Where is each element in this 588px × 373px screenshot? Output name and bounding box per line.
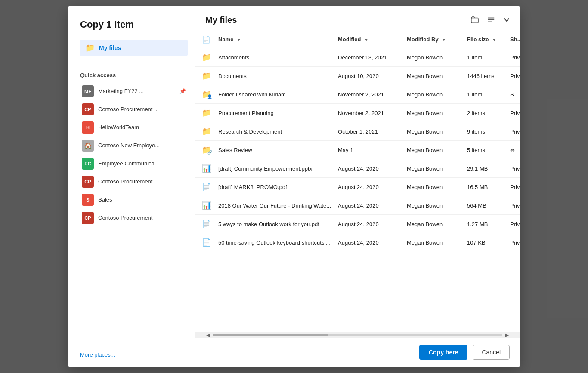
row-sharing-5: ⇔ xyxy=(507,141,520,159)
row-size-5: 5 items xyxy=(464,141,507,159)
quick-access-label: Quick access xyxy=(80,72,188,78)
col-modified[interactable]: Modified ▼ xyxy=(334,31,403,48)
menu-icon xyxy=(487,16,495,24)
row-modified-7: August 24, 2020 xyxy=(334,178,403,196)
dialog-title: Copy 1 item xyxy=(80,19,188,31)
qa-avatar-s: S xyxy=(82,194,94,206)
row-icon-4: 📁 xyxy=(195,122,215,141)
row-modified-5: May 1 xyxy=(334,141,403,159)
modified-sort-arrow: ▼ xyxy=(364,37,368,42)
folder-icon: 📁 xyxy=(202,53,211,62)
quick-access-item-cne[interactable]: 🏠Contoso New Employe... xyxy=(80,137,188,154)
row-size-1: 1446 items xyxy=(464,67,507,85)
qa-avatar-cp1: CP xyxy=(82,103,94,115)
row-sharing-6: Priv xyxy=(507,159,520,178)
scroll-track[interactable] xyxy=(213,334,502,336)
row-sharing-3: Priv xyxy=(507,104,520,122)
quick-access-item-cp3[interactable]: CPContoso Procurement xyxy=(80,209,188,227)
table-row[interactable]: 📊2018 Our Water Our Future - Drinking Wa… xyxy=(195,196,520,215)
qa-avatar-h: H xyxy=(82,121,94,134)
table-header: 📄 Name ▼ Modified ▼ Modified By ▼ xyxy=(195,31,520,48)
quick-access-item-s[interactable]: SSales xyxy=(80,191,188,208)
col-sharing: Sh... xyxy=(507,31,520,48)
row-sharing-9: Priv xyxy=(507,215,520,233)
table-row[interactable]: 📁AttachmentsDecember 13, 2021Megan Bowen… xyxy=(195,48,520,67)
row-modified-by-9: Megan Bowen xyxy=(403,215,464,233)
menu-button[interactable] xyxy=(486,14,497,25)
qa-label-h: HelloWorldTeam xyxy=(98,124,186,131)
file-type-icon: 📄 xyxy=(202,36,210,43)
row-icon-1: 📁 xyxy=(195,67,215,85)
row-modified-by-2: Megan Bowen xyxy=(403,85,464,104)
chevron-down-button[interactable] xyxy=(502,15,511,25)
table-row[interactable]: 📁DocumentsAugust 10, 2020Megan Bowen1446… xyxy=(195,67,520,85)
quick-access-item-cp1[interactable]: CPContoso Procurement ... xyxy=(80,101,188,118)
row-name-5: Sales Review xyxy=(215,141,334,159)
row-sharing-1: Priv xyxy=(507,67,520,85)
row-icon-3: 📁 xyxy=(195,104,215,122)
row-name-10: 50 time-saving Outlook keyboard shortcut… xyxy=(215,233,334,252)
row-icon-7: 📄 xyxy=(195,178,215,196)
row-sharing-8: Priv xyxy=(507,196,520,215)
row-size-8: 564 MB xyxy=(464,196,507,215)
my-files-button[interactable]: 📁 My files xyxy=(80,40,188,56)
quick-access-item-h[interactable]: HHelloWorldTeam xyxy=(80,119,188,136)
row-icon-0: 📁 xyxy=(195,48,215,67)
scroll-right-arrow[interactable]: ▶ xyxy=(502,332,511,338)
qa-label-ec: Employee Communica... xyxy=(98,160,186,167)
copy-dialog: Copy 1 item 📁 My files Quick access MFMa… xyxy=(68,6,520,367)
new-folder-button[interactable] xyxy=(469,14,480,25)
table-row[interactable]: 📁Procurement PlanningNovember 2, 2021Meg… xyxy=(195,104,520,122)
table-row[interactable]: 📄[draft] MARK8_PROMO.pdfAugust 24, 2020M… xyxy=(195,178,520,196)
quick-access-item-cp2[interactable]: CPContoso Procurement ... xyxy=(80,173,188,190)
quick-access-item-ec[interactable]: ECEmployee Communica... xyxy=(80,155,188,172)
row-modified-by-4: Megan Bowen xyxy=(403,122,464,141)
table-row[interactable]: 📊[draft] Community Empowerment.pptxAugus… xyxy=(195,159,520,178)
quick-access-list: MFMarketing FY22 ...📌CPContoso Procureme… xyxy=(80,83,188,345)
row-icon-5: 📁🔗 xyxy=(195,141,215,159)
col-name[interactable]: Name ▼ xyxy=(215,31,334,48)
modby-sort-arrow: ▼ xyxy=(442,37,446,42)
chevron-down-icon xyxy=(504,17,510,23)
table-row[interactable]: 📁🔗Sales ReviewMay 1Megan Bowen5 items⇔ xyxy=(195,141,520,159)
row-size-0: 1 item xyxy=(464,48,507,67)
row-name-8: 2018 Our Water Our Future - Drinking Wat… xyxy=(215,196,334,215)
qa-label-cne: Contoso New Employe... xyxy=(98,142,186,149)
table-row[interactable]: 📁Research & DevelopmentOctober 1, 2021Me… xyxy=(195,122,520,141)
table-row[interactable]: 📄5 ways to make Outlook work for you.pdf… xyxy=(195,215,520,233)
col-modified-by[interactable]: Modified By ▼ xyxy=(403,31,464,48)
row-modified-6: August 24, 2020 xyxy=(334,159,403,178)
col-icon: 📄 xyxy=(195,31,215,48)
row-modified-10: August 24, 2020 xyxy=(334,233,403,252)
pin-icon-mf: 📌 xyxy=(179,88,186,94)
table-row[interactable]: 📄50 time-saving Outlook keyboard shortcu… xyxy=(195,233,520,252)
pdf-icon: 📄 xyxy=(202,219,211,229)
quick-access-item-mf[interactable]: MFMarketing FY22 ...📌 xyxy=(80,83,188,100)
row-size-6: 29.1 MB xyxy=(464,159,507,178)
row-modified-0: December 13, 2021 xyxy=(334,48,403,67)
name-sort-arrow: ▼ xyxy=(237,37,241,42)
horizontal-scrollbar[interactable]: ◀ ▶ xyxy=(195,332,520,338)
row-modified-by-7: Megan Bowen xyxy=(403,178,464,196)
pdf-icon: 📄 xyxy=(202,182,211,192)
scroll-thumb[interactable] xyxy=(213,334,328,336)
scroll-left-arrow[interactable]: ◀ xyxy=(204,332,213,338)
row-name-9: 5 ways to make Outlook work for you.pdf xyxy=(215,215,334,233)
file-table-wrapper[interactable]: 📄 Name ▼ Modified ▼ Modified By ▼ xyxy=(195,31,520,332)
qa-label-cp2: Contoso Procurement ... xyxy=(98,178,186,185)
table-row[interactable]: 📁👤Folder I shared with MiriamNovember 2,… xyxy=(195,85,520,104)
row-modified-by-10: Megan Bowen xyxy=(403,233,464,252)
cancel-button[interactable]: Cancel xyxy=(473,345,510,360)
row-icon-6: 📊 xyxy=(195,159,215,178)
qa-avatar-cne: 🏠 xyxy=(82,140,94,152)
row-modified-3: November 2, 2021 xyxy=(334,104,403,122)
col-file-size[interactable]: File size ▼ xyxy=(464,31,507,48)
row-icon-2: 📁👤 xyxy=(195,85,215,104)
row-size-10: 107 KB xyxy=(464,233,507,252)
copy-here-button[interactable]: Copy here xyxy=(419,345,467,360)
row-icon-9: 📄 xyxy=(195,215,215,233)
new-folder-icon xyxy=(471,16,479,24)
more-places-button[interactable]: More places... xyxy=(80,350,188,360)
row-name-1: Documents xyxy=(215,67,334,85)
right-title: My files xyxy=(205,15,237,25)
